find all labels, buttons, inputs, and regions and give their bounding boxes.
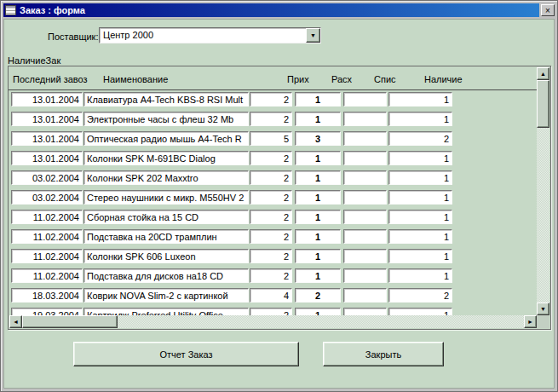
form-icon xyxy=(5,5,16,15)
col-header-last-delivery: Последний завоз xyxy=(13,74,88,84)
cell-last-delivery-date[interactable]: 13.01.2004 xyxy=(11,92,83,107)
cell-prihod[interactable]: 2 xyxy=(250,170,292,185)
cell-prihod[interactable]: 2 xyxy=(250,229,292,244)
cell-prihod[interactable]: 2 xyxy=(250,190,292,205)
cell-nalichie[interactable]: 1 xyxy=(388,112,452,126)
cell-rashod[interactable]: 1 xyxy=(295,170,341,185)
cell-spisanie[interactable] xyxy=(343,229,387,244)
cell-spisanie[interactable] xyxy=(343,170,387,185)
cell-spisanie[interactable] xyxy=(343,268,387,283)
cell-rashod[interactable]: 1 xyxy=(295,112,341,126)
cell-item-name[interactable]: Колонки SPK M-691BC Dialog xyxy=(83,151,249,165)
horizontal-scroll-thumb[interactable] xyxy=(22,315,118,328)
cell-nalichie[interactable]: 1 xyxy=(388,268,452,283)
cell-nalichie[interactable]: 1 xyxy=(388,190,452,205)
cell-rashod[interactable]: 1 xyxy=(295,229,341,244)
vertical-scroll-thumb[interactable] xyxy=(537,80,549,128)
cell-prihod[interactable]: 2 xyxy=(250,112,292,126)
cell-item-name[interactable]: Колонки SPK 606 Luxeon xyxy=(83,249,249,263)
chevron-down-icon: ▼ xyxy=(310,32,316,38)
close-icon: × xyxy=(545,6,550,15)
cell-last-delivery-date[interactable]: 11.02.2004 xyxy=(11,229,83,244)
dropdown-button[interactable]: ▼ xyxy=(306,28,320,43)
cell-prihod[interactable]: 2 xyxy=(250,210,292,224)
cell-prihod[interactable]: 2 xyxy=(250,249,292,263)
cell-last-delivery-date[interactable]: 13.01.2004 xyxy=(11,151,83,165)
title-bar[interactable]: Заказ : форма × xyxy=(3,3,555,17)
cell-item-name[interactable]: Подставка для дисков на18 CD xyxy=(83,268,249,283)
cell-last-delivery-date[interactable]: 11.02.2004 xyxy=(11,210,83,224)
horizontal-scroll-track[interactable] xyxy=(22,315,524,328)
cell-spisanie[interactable] xyxy=(343,288,387,303)
vertical-scrollbar[interactable]: ▲ ▼ xyxy=(537,67,549,315)
cell-rashod[interactable]: 2 xyxy=(295,288,341,303)
close-form-button[interactable]: Закрыть xyxy=(323,342,444,366)
scroll-up-button[interactable]: ▲ xyxy=(537,67,549,80)
availability-subform: Последний завоз Наименование Прих Расх С… xyxy=(8,66,551,330)
cell-prihod[interactable]: 2 xyxy=(250,268,292,283)
scroll-right-button[interactable]: ► xyxy=(524,315,537,328)
cell-last-delivery-date[interactable]: 18.03.2004 xyxy=(11,288,83,303)
cell-nalichie[interactable]: 2 xyxy=(388,288,452,303)
table-row: 13.01.2004 Клавиатура A4-Tech KBS-8 RSI … xyxy=(9,90,537,110)
cell-nalichie[interactable]: 1 xyxy=(388,308,452,315)
table-row: 13.01.2004 Электронные часы с флеш 32 Mb… xyxy=(9,110,537,130)
supplier-combobox[interactable]: Центр 2000 ▼ xyxy=(99,27,321,43)
cell-prihod[interactable]: 2 xyxy=(250,151,292,165)
vertical-scroll-track[interactable] xyxy=(537,80,549,303)
cell-item-name[interactable]: Стерео наушники с микр. M550HV 2 xyxy=(83,190,249,205)
cell-item-name[interactable]: Коврик NOVA Slim-2 с картинкой xyxy=(83,288,249,303)
cell-prihod[interactable]: 2 xyxy=(250,92,292,107)
cell-spisanie[interactable] xyxy=(343,249,387,263)
scroll-down-button[interactable]: ▼ xyxy=(537,303,549,315)
cell-last-delivery-date[interactable]: 03.02.2004 xyxy=(11,190,83,205)
cell-last-delivery-date[interactable]: 13.01.2004 xyxy=(11,112,83,126)
cell-last-delivery-date[interactable]: 03.02.2004 xyxy=(11,170,83,185)
cell-item-name[interactable]: Сборная стойка на 15 CD xyxy=(83,210,249,224)
table-rows: 13.01.2004 Клавиатура A4-Tech KBS-8 RSI … xyxy=(9,90,537,315)
scroll-left-button[interactable]: ◄ xyxy=(9,315,22,328)
table-row: 11.02.2004 Подставка на 20CD трамплин 2 … xyxy=(9,228,537,247)
cell-item-name[interactable]: Клавиатура A4-Tech KBS-8 RSI Mult xyxy=(83,92,249,107)
cell-rashod[interactable]: 1 xyxy=(295,92,341,107)
cell-prihod[interactable]: 5 xyxy=(250,131,292,146)
cell-nalichie[interactable]: 2 xyxy=(388,131,452,146)
cell-item-name[interactable]: Картридж Preferred Utility Office xyxy=(83,308,249,315)
cell-nalichie[interactable]: 1 xyxy=(388,151,452,165)
cell-rashod[interactable]: 1 xyxy=(295,308,341,315)
cell-spisanie[interactable] xyxy=(343,190,387,205)
cell-prihod[interactable]: 2 xyxy=(250,308,292,315)
cell-rashod[interactable]: 1 xyxy=(295,249,341,263)
cell-spisanie[interactable] xyxy=(343,92,387,107)
cell-last-delivery-date[interactable]: 11.02.2004 xyxy=(11,268,83,283)
cell-spisanie[interactable] xyxy=(343,210,387,224)
horizontal-scrollbar[interactable]: ◄ ► xyxy=(9,315,537,328)
cell-rashod[interactable]: 1 xyxy=(295,210,341,224)
cell-last-delivery-date[interactable]: 13.01.2004 xyxy=(11,131,83,146)
report-order-button[interactable]: Отчет Заказ xyxy=(73,342,299,366)
cell-rashod[interactable]: 1 xyxy=(295,151,341,165)
cell-nalichie[interactable]: 1 xyxy=(388,249,452,263)
scrollbar-corner xyxy=(537,315,549,328)
cell-rashod[interactable]: 1 xyxy=(295,190,341,205)
cell-rashod[interactable]: 1 xyxy=(295,268,341,283)
close-button[interactable]: × xyxy=(541,4,555,16)
cell-rashod[interactable]: 3 xyxy=(295,131,341,146)
cell-last-delivery-date[interactable]: 19.03.2004 xyxy=(11,308,83,315)
cell-spisanie[interactable] xyxy=(343,308,387,315)
cell-item-name[interactable]: Оптическая радио мышь A4-Tech R xyxy=(83,131,249,146)
table-row: 03.02.2004 Колонки SPK 202 Maxxtro 2 1 1 xyxy=(9,169,537,188)
cell-spisanie[interactable] xyxy=(343,131,387,146)
cell-item-name[interactable]: Колонки SPK 202 Maxxtro xyxy=(83,170,249,185)
cell-nalichie[interactable]: 1 xyxy=(388,210,452,224)
cell-nalichie[interactable]: 1 xyxy=(388,229,452,244)
cell-spisanie[interactable] xyxy=(343,112,387,126)
cell-nalichie[interactable]: 1 xyxy=(388,170,452,185)
cell-prihod[interactable]: 4 xyxy=(250,288,292,303)
table-row: 13.01.2004 Оптическая радио мышь A4-Tech… xyxy=(9,130,537,149)
cell-spisanie[interactable] xyxy=(343,151,387,165)
cell-last-delivery-date[interactable]: 11.02.2004 xyxy=(11,249,83,263)
cell-item-name[interactable]: Электронные часы с флеш 32 Mb xyxy=(83,112,249,126)
cell-item-name[interactable]: Подставка на 20CD трамплин xyxy=(83,229,249,244)
cell-nalichie[interactable]: 1 xyxy=(388,92,452,107)
